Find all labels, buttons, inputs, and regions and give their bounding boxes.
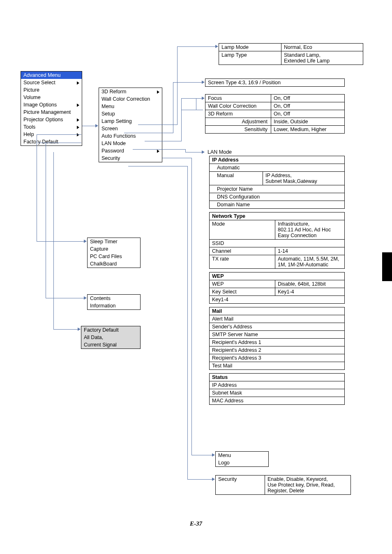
menu-item-label: Lamp Setting bbox=[101, 118, 132, 124]
po-3d-reform[interactable]: 3D Reform bbox=[99, 88, 162, 95]
wep-ks-val: Key1-4 bbox=[275, 288, 344, 295]
arrow-icon bbox=[215, 45, 218, 48]
security-table: SecurityEnable, Disable, Keyword, Use Pr… bbox=[215, 475, 351, 495]
mail-r2: Recipient's Address 2 bbox=[210, 346, 344, 354]
ip-manual-val: IP Address, Subnet Mask,Gateway bbox=[263, 172, 344, 185]
connector bbox=[162, 158, 191, 158]
tools-capture[interactable]: Capture bbox=[88, 245, 140, 253]
menu-item-label: Information bbox=[90, 303, 116, 309]
net-ch-key: Channel bbox=[210, 247, 275, 255]
connector bbox=[185, 152, 203, 152]
menu-item-label: Capture bbox=[90, 246, 108, 252]
submenu-icon bbox=[157, 90, 159, 94]
mail-test: Test Mail bbox=[210, 362, 344, 369]
menu-item-label: ChalkBoard bbox=[90, 261, 117, 267]
fd-current-signal[interactable]: Current Signal bbox=[81, 341, 140, 349]
mail-alert: Alert Mail bbox=[210, 315, 344, 323]
po-setup[interactable]: Setup bbox=[99, 110, 162, 118]
menu-item-image-options[interactable]: Image Options bbox=[21, 101, 82, 108]
r3d-val: On, Off bbox=[271, 110, 344, 118]
lamp-type-key: Lamp Type bbox=[219, 51, 281, 65]
arrow-icon bbox=[202, 81, 205, 84]
connector bbox=[185, 149, 186, 152]
tools-sleep-timer[interactable]: Sleep Timer bbox=[88, 238, 140, 245]
submenu-icon bbox=[77, 81, 79, 85]
net-mode-key: Mode bbox=[210, 220, 275, 239]
submenu-icon bbox=[77, 104, 79, 107]
connector bbox=[124, 133, 173, 133]
help-contents[interactable]: Contents bbox=[88, 295, 140, 302]
ip-hdr: IP Address bbox=[210, 156, 344, 164]
submenu-icon bbox=[77, 126, 79, 129]
menu-item-label: Help bbox=[23, 132, 34, 137]
menu-item-label: Logo bbox=[218, 460, 230, 466]
advanced-menu-header: Advanced Menu bbox=[21, 72, 82, 79]
po-screen[interactable]: Screen bbox=[99, 125, 162, 132]
wep-val: Disable, 64bit, 128bit bbox=[275, 280, 344, 288]
connector bbox=[173, 82, 173, 133]
po-lamp-setting[interactable]: Lamp Setting bbox=[99, 118, 162, 125]
menu-item-label: Image Options bbox=[23, 102, 57, 108]
help-information[interactable]: Information bbox=[88, 302, 140, 309]
menu-item-source-select[interactable]: Source Select bbox=[21, 79, 82, 86]
menu-item-picture-management[interactable]: Picture Management bbox=[21, 108, 82, 116]
password-menu: Menu Logo bbox=[215, 451, 269, 467]
status-group: Status IP Address Subnet Mask MAC Addres… bbox=[209, 373, 345, 405]
mail-r1: Recipient's Address 1 bbox=[210, 338, 344, 346]
po-auto-functions[interactable]: Auto Functions bbox=[99, 132, 162, 140]
fd-all-data[interactable]: All Data, bbox=[81, 334, 140, 341]
menu-item-volume[interactable]: Volume bbox=[21, 94, 82, 101]
arrow-icon bbox=[84, 296, 87, 300]
footer-page-number: E-37 bbox=[0, 520, 392, 527]
mail-hdr: Mail bbox=[210, 307, 344, 315]
tools-chalkboard[interactable]: ChalkBoard bbox=[88, 260, 140, 268]
wep-group: WEP WEPDisable, 64bit, 128bit Key Select… bbox=[209, 272, 345, 304]
connector bbox=[181, 98, 182, 141]
screen-box: Screen Type 4:3, 16:9 / Position bbox=[205, 78, 345, 87]
connector bbox=[181, 110, 203, 110]
status-ip: IP Address bbox=[210, 381, 344, 389]
menu-item-factory-default[interactable]: Factory Default bbox=[21, 138, 82, 145]
sen-val: Lower, Medium, Higher bbox=[271, 126, 344, 133]
lan-mode-section: LAN Mode IP Address Automatic ManualIP A… bbox=[205, 148, 345, 405]
ip-manual-key: Manual bbox=[210, 172, 263, 185]
security-val: Enable, Disable, Keyword, Use Protect ke… bbox=[265, 476, 350, 494]
connector bbox=[177, 46, 217, 47]
tools-menu: Sleep Timer Capture PC Card Files ChalkB… bbox=[87, 238, 141, 268]
menu-item-label: Volume bbox=[23, 95, 41, 100]
status-hdr: Status bbox=[210, 374, 344, 381]
pwd-logo[interactable]: Logo bbox=[216, 459, 268, 466]
connector bbox=[37, 241, 85, 242]
connector bbox=[128, 166, 187, 166]
menu-item-label: LAN Mode bbox=[101, 141, 126, 146]
arrow-icon bbox=[202, 97, 205, 100]
po-security[interactable]: Security bbox=[99, 155, 162, 162]
fd-factory-default[interactable]: Factory Default bbox=[81, 326, 140, 334]
wcc-val: On, Off bbox=[271, 102, 344, 110]
po-menu[interactable]: Menu bbox=[99, 103, 162, 110]
menu-item-projector-options[interactable]: Projector Options bbox=[21, 116, 82, 123]
menu-item-label: Tools bbox=[23, 124, 35, 130]
net-mode-val: Infrastructure, 802.11 Ad Hoc, Ad Hoc Ea… bbox=[275, 220, 344, 239]
pwd-menu[interactable]: Menu bbox=[216, 452, 268, 459]
arrow-icon bbox=[202, 150, 205, 154]
connector bbox=[82, 126, 97, 126]
menu-item-label: Source Select bbox=[23, 80, 55, 85]
po-wall-color-correction[interactable]: Wall Color Correction bbox=[99, 95, 162, 103]
menu-item-label: Contents bbox=[90, 295, 111, 301]
focus-key: Focus bbox=[205, 95, 271, 102]
wep-ks-key: Key Select bbox=[210, 288, 275, 295]
connector bbox=[138, 125, 177, 125]
po-password[interactable]: Password bbox=[99, 147, 162, 155]
net-tx-key: TX rate bbox=[210, 255, 275, 268]
network-type-group: Network Type ModeInfrastructure, 802.11 … bbox=[209, 212, 345, 269]
connector bbox=[37, 134, 37, 242]
tools-pc-card-files[interactable]: PC Card Files bbox=[88, 253, 140, 260]
page-tab bbox=[382, 252, 392, 281]
factory-default-menu: Factory Default All Data, Current Signal bbox=[81, 326, 141, 349]
menu-item-picture[interactable]: Picture bbox=[21, 86, 82, 94]
menu-item-label: Factory Default bbox=[84, 327, 119, 333]
menu-item-tools[interactable]: Tools bbox=[21, 123, 82, 131]
wep-hdr: WEP bbox=[210, 272, 344, 280]
menu-item-label: Current Signal bbox=[84, 342, 117, 348]
